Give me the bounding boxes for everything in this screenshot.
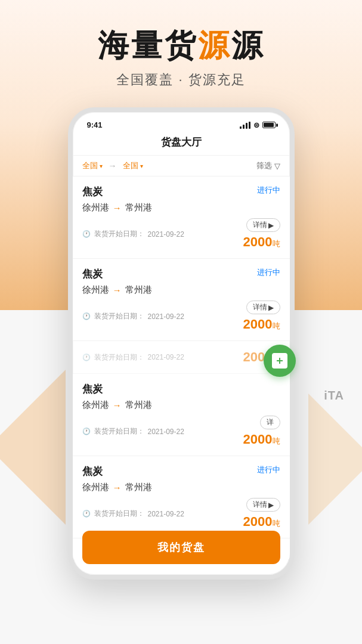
route-arrow-5: → bbox=[113, 482, 122, 493]
route-arrow-4: → bbox=[113, 400, 122, 410]
cargo-card-1[interactable]: 焦炭 进行中 徐州港 → 常州港 🕐 装货开始日期： 2021-09-22 bbox=[73, 177, 290, 259]
destination-filter[interactable]: 全国 ▾ bbox=[123, 160, 143, 171]
signal-icon bbox=[240, 122, 250, 129]
status-bar: 9:41 ⊜ bbox=[73, 112, 290, 133]
clock-icon-4: 🕐 bbox=[82, 428, 91, 435]
ita-overlay: iTA bbox=[324, 389, 344, 402]
cargo-name-5: 焦炭 bbox=[82, 465, 103, 478]
filter-label: 筛选 bbox=[256, 160, 272, 171]
sort-filter[interactable]: 筛选 ▽ bbox=[256, 160, 280, 171]
card-bottom-3: 🕐 装货开始日期： 2021-09-22 2000吨 bbox=[82, 349, 280, 365]
tonnage-4: 2000吨 bbox=[243, 432, 280, 447]
card-top-5: 焦炭 进行中 bbox=[82, 465, 280, 478]
plus-icon bbox=[275, 356, 284, 366]
route-1: 徐州港 → 常州港 bbox=[82, 202, 280, 213]
date-row-5: 🕐 装货开始日期： 2021-09-22 bbox=[82, 509, 184, 519]
card-top-4: 焦炭 bbox=[82, 382, 280, 396]
status-2: 进行中 bbox=[257, 267, 280, 278]
card-bottom-1: 🕐 装货开始日期： 2021-09-22 详情 ▶ 2000吨 bbox=[82, 218, 280, 250]
battery-icon bbox=[262, 122, 276, 128]
cta-button[interactable]: 我的货盘 bbox=[82, 531, 280, 564]
clock-icon-3: 🕐 bbox=[82, 354, 91, 361]
date-label-1: 装货开始日期： bbox=[94, 229, 144, 239]
date-row-4: 🕐 装货开始日期： 2021-09-22 bbox=[82, 426, 184, 436]
status-time: 9:41 bbox=[87, 120, 103, 129]
destination-label: 全国 bbox=[123, 160, 138, 171]
status-icons: ⊜ bbox=[240, 121, 276, 129]
fab-icon bbox=[272, 353, 287, 369]
fab-button[interactable] bbox=[264, 345, 296, 377]
card-top-1: 焦炭 进行中 bbox=[82, 185, 280, 199]
phone-frame: 9:41 ⊜ 货盘大厅 全国 ▾ → 全国 ▾ bbox=[68, 107, 295, 580]
decorative-triangle-left bbox=[0, 370, 66, 525]
date-2: 2021-09-22 bbox=[148, 312, 184, 321]
clock-icon-2: 🕐 bbox=[82, 312, 91, 320]
from-1: 徐州港 bbox=[82, 202, 109, 213]
cargo-name-2: 焦炭 bbox=[82, 267, 103, 281]
card-bottom-2: 🕐 装货开始日期： 2021-09-22 详情 ▶ 2000吨 bbox=[82, 301, 280, 332]
filter-bar[interactable]: 全国 ▾ → 全国 ▾ 筛选 ▽ bbox=[73, 156, 290, 177]
date-4: 2021-09-22 bbox=[148, 428, 184, 436]
to-2: 常州港 bbox=[125, 284, 152, 296]
hero-section: 海量货源源 全国覆盖 · 货源充足 bbox=[0, 29, 362, 89]
to-5: 常州港 bbox=[125, 482, 152, 493]
app-title: 货盘大厅 bbox=[161, 137, 202, 148]
status-1: 进行中 bbox=[257, 185, 280, 196]
card-right-4: 详 2000吨 bbox=[243, 416, 280, 447]
cargo-name-4: 焦炭 bbox=[82, 382, 103, 396]
tonnage-2: 2000吨 bbox=[243, 317, 280, 332]
date-5: 2021-09-22 bbox=[148, 510, 184, 518]
cargo-card-4[interactable]: 焦炭 徐州港 → 常州港 🕐 装货开始日期： 2021-09-22 详 bbox=[73, 374, 290, 456]
route-2: 徐州港 → 常州港 bbox=[82, 284, 280, 296]
date-label-5: 装货开始日期： bbox=[94, 509, 144, 519]
hero-title: 海量货源源 bbox=[0, 29, 362, 63]
filter-separator: → bbox=[109, 161, 117, 171]
date-row-1: 🕐 装货开始日期： 2021-09-22 bbox=[82, 229, 184, 239]
detail-arrow-2: ▶ bbox=[268, 304, 274, 312]
detail-btn-1[interactable]: 详情 ▶ bbox=[246, 218, 280, 232]
tonnage-1: 2000吨 bbox=[243, 234, 280, 250]
hero-highlight: 源 bbox=[198, 28, 231, 63]
date-3: 2021-09-22 bbox=[148, 353, 184, 361]
cargo-list: 焦炭 进行中 徐州港 → 常州港 🕐 装货开始日期： 2021-09-22 bbox=[73, 177, 290, 559]
detail-btn-4[interactable]: 详 bbox=[260, 416, 280, 429]
detail-arrow-5: ▶ bbox=[268, 501, 274, 509]
date-label-3: 装货开始日期： bbox=[94, 352, 144, 363]
wifi-icon: ⊜ bbox=[253, 121, 259, 129]
cargo-name-1: 焦炭 bbox=[82, 185, 103, 199]
card-right-2: 详情 ▶ 2000吨 bbox=[243, 301, 280, 332]
card-top-2: 焦炭 进行中 bbox=[82, 267, 280, 281]
clock-icon-1: 🕐 bbox=[82, 230, 91, 238]
to-4: 常州港 bbox=[125, 400, 152, 411]
cargo-card-3[interactable]: 🕐 装货开始日期： 2021-09-22 2000吨 bbox=[73, 341, 290, 374]
clock-icon-5: 🕐 bbox=[82, 510, 91, 518]
origin-filter[interactable]: 全国 ▾ bbox=[82, 160, 103, 171]
cargo-card-2[interactable]: 焦炭 进行中 徐州港 → 常州港 🕐 装货开始日期： 2021-09-22 bbox=[73, 259, 290, 341]
origin-label: 全国 bbox=[82, 160, 98, 171]
detail-btn-2[interactable]: 详情 ▶ bbox=[246, 301, 280, 314]
app-header: 货盘大厅 bbox=[73, 133, 290, 156]
detail-arrow-1: ▶ bbox=[268, 221, 274, 230]
to-1: 常州港 bbox=[125, 202, 152, 213]
route-5: 徐州港 → 常州港 bbox=[82, 482, 280, 493]
date-label-4: 装货开始日期： bbox=[94, 426, 144, 436]
from-2: 徐州港 bbox=[82, 284, 109, 296]
decorative-triangle-right bbox=[308, 394, 362, 525]
status-5: 进行中 bbox=[257, 465, 280, 475]
destination-chevron: ▾ bbox=[140, 163, 143, 169]
filter-icon: ▽ bbox=[274, 162, 280, 171]
date-1: 2021-09-22 bbox=[148, 230, 184, 239]
bottom-cta: 我的货盘 bbox=[73, 524, 290, 575]
detail-btn-5[interactable]: 详情 ▶ bbox=[246, 498, 280, 512]
route-arrow-2: → bbox=[113, 285, 122, 295]
date-row-2: 🕐 装货开始日期： 2021-09-22 bbox=[82, 311, 184, 321]
route-arrow-1: → bbox=[113, 203, 122, 213]
date-row-3: 🕐 装货开始日期： 2021-09-22 bbox=[82, 352, 184, 363]
card-right-1: 详情 ▶ 2000吨 bbox=[243, 218, 280, 250]
from-5: 徐州港 bbox=[82, 482, 109, 493]
card-bottom-4: 🕐 装货开始日期： 2021-09-22 详 2000吨 bbox=[82, 416, 280, 447]
from-4: 徐州港 bbox=[82, 400, 109, 411]
route-4: 徐州港 → 常州港 bbox=[82, 400, 280, 411]
phone-wrapper: 9:41 ⊜ 货盘大厅 全国 ▾ → 全国 ▾ bbox=[68, 107, 295, 580]
hero-subtitle: 全国覆盖 · 货源充足 bbox=[0, 71, 362, 89]
